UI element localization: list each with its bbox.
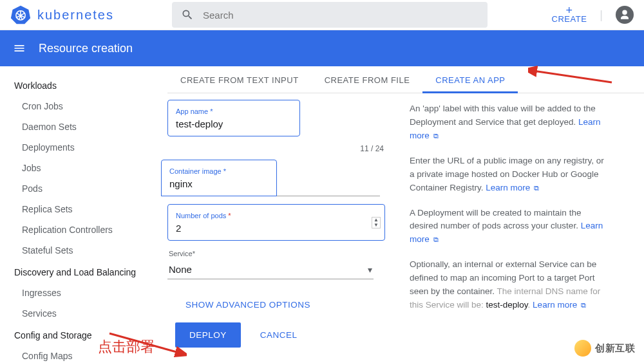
create-button[interactable]: + CREATE xyxy=(552,6,587,24)
brand-logo[interactable]: kubernetes xyxy=(10,5,114,25)
service-label: Service xyxy=(169,250,193,257)
divider: | xyxy=(600,8,603,22)
show-advanced-button[interactable]: SHOW ADVANCED OPTIONS xyxy=(175,293,321,316)
sidebar-section-workloads[interactable]: Workloads xyxy=(0,78,152,93)
app-name-label: App name xyxy=(176,107,208,115)
cancel-button[interactable]: CANCEL xyxy=(260,330,298,340)
search-input[interactable] xyxy=(203,10,478,21)
stepper-down-icon[interactable]: ▼ xyxy=(372,223,380,228)
person-icon xyxy=(619,9,630,21)
service-select[interactable]: None ▾ xyxy=(167,260,374,279)
help-service-dns-value: test-deploy xyxy=(486,300,528,310)
page-title: Resource creation xyxy=(39,42,133,55)
search-box[interactable] xyxy=(172,2,488,28)
watermark-icon xyxy=(574,340,591,357)
container-image-input[interactable] xyxy=(169,176,269,189)
sidebar-item-replication-controllers[interactable]: Replication Controllers xyxy=(0,219,152,240)
annotation-deploy-text: 点击部署 xyxy=(98,337,155,357)
service-value: None xyxy=(169,264,368,275)
external-link-icon: ⧉ xyxy=(581,301,586,309)
required-marker: * xyxy=(210,107,213,115)
sidebar-item-daemon-sets[interactable]: Daemon Sets xyxy=(0,116,152,137)
external-link-icon: ⧉ xyxy=(433,236,439,243)
app-name-input[interactable] xyxy=(176,116,292,129)
sidebar-item-replica-sets[interactable]: Replica Sets xyxy=(0,199,152,219)
help-app-name: An 'app' label with this value will be a… xyxy=(410,104,596,127)
account-icon[interactable] xyxy=(616,6,634,24)
kubernetes-icon xyxy=(10,5,31,25)
chevron-down-icon: ▾ xyxy=(368,265,372,275)
tabs: CREATE FROM TEXT INPUT CREATE FROM FILE … xyxy=(167,66,644,93)
learn-more-service[interactable]: Learn more ⧉ xyxy=(533,300,586,310)
pods-stepper[interactable]: ▲▼ xyxy=(372,217,381,228)
container-image-label: Container image xyxy=(169,167,222,175)
help-pods: A Deployment will be created to maintain… xyxy=(410,208,581,231)
pods-input[interactable] xyxy=(176,220,377,234)
sidebar-item-stateful-sets[interactable]: Stateful Sets xyxy=(0,240,152,261)
sidebar-item-services[interactable]: Services xyxy=(0,303,152,324)
sidebar-item-cron-jobs[interactable]: Cron Jobs xyxy=(0,96,152,116)
app-name-counter: 11 / 24 xyxy=(167,142,386,160)
external-link-icon: ⧉ xyxy=(433,132,439,140)
deploy-button[interactable]: DEPLOY xyxy=(175,322,241,348)
sidebar-item-pods[interactable]: Pods xyxy=(0,178,152,199)
tab-create-an-app[interactable]: CREATE AN APP xyxy=(422,66,518,93)
tab-create-from-text[interactable]: CREATE FROM TEXT INPUT xyxy=(167,66,312,93)
learn-more-container[interactable]: Learn more ⧉ xyxy=(486,183,539,192)
search-icon xyxy=(181,8,194,21)
watermark: 创新互联 xyxy=(569,339,640,358)
brand-name: kubernetes xyxy=(37,8,114,23)
create-label: CREATE xyxy=(552,14,587,24)
sidebar-item-deployments[interactable]: Deployments xyxy=(0,137,152,158)
sidebar-item-ingresses[interactable]: Ingresses xyxy=(0,283,152,303)
sidebar-section-discovery[interactable]: Discovery and Load Balancing xyxy=(0,265,152,280)
pods-label: Number of pods xyxy=(176,212,226,219)
sidebar: Workloads Cron Jobs Daemon Sets Deployme… xyxy=(0,66,152,363)
plus-icon: + xyxy=(565,6,573,14)
sidebar-item-jobs[interactable]: Jobs xyxy=(0,158,152,178)
tab-create-from-file[interactable]: CREATE FROM FILE xyxy=(312,66,423,93)
external-link-icon: ⧉ xyxy=(534,184,539,192)
menu-icon[interactable] xyxy=(13,42,26,55)
watermark-text: 创新互联 xyxy=(595,342,635,355)
